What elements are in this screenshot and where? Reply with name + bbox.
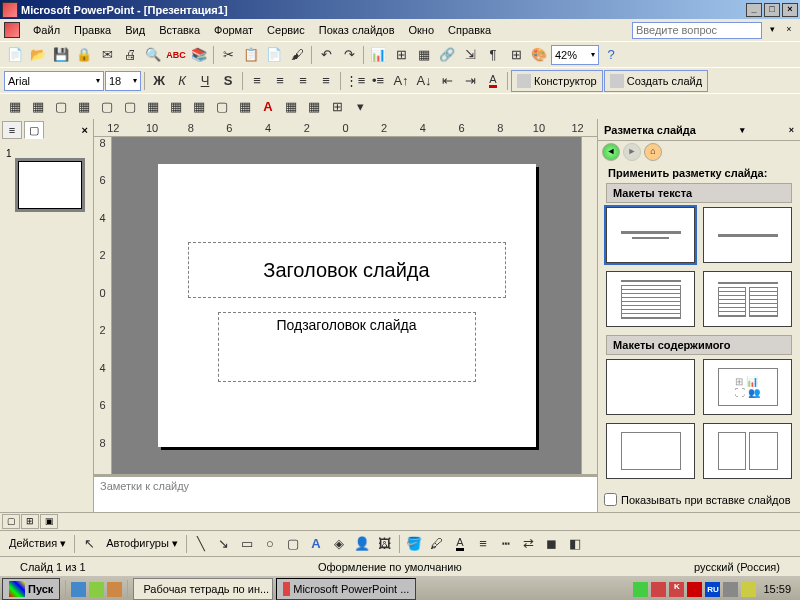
- ext-btn-11[interactable]: ▦: [234, 96, 256, 118]
- fill-color-button[interactable]: 🪣: [403, 533, 425, 555]
- align-left-button[interactable]: ≡: [246, 70, 268, 92]
- 3d-style-button[interactable]: ◧: [564, 533, 586, 555]
- email-button[interactable]: ✉: [96, 44, 118, 66]
- ext-btn-10[interactable]: ▢: [211, 96, 233, 118]
- zoom-combo[interactable]: 42%▾: [551, 45, 599, 65]
- slide[interactable]: Заголовок слайда Подзаголовок слайда: [158, 164, 536, 447]
- ext-btn-9[interactable]: ▦: [188, 96, 210, 118]
- layout-content-3[interactable]: [703, 423, 792, 479]
- save-button[interactable]: 💾: [50, 44, 72, 66]
- line-color-button[interactable]: 🖊: [426, 533, 448, 555]
- tray-icon-1[interactable]: [633, 582, 648, 597]
- menu-view[interactable]: Вид: [118, 22, 152, 38]
- format-painter-button[interactable]: 🖌: [286, 44, 308, 66]
- font-combo[interactable]: Arial▾: [4, 71, 104, 91]
- ext-btn-3[interactable]: ▢: [50, 96, 72, 118]
- close-button[interactable]: ×: [782, 3, 798, 17]
- subtitle-placeholder[interactable]: Подзаголовок слайда: [218, 312, 476, 382]
- permission-button[interactable]: 🔒: [73, 44, 95, 66]
- insert-table-button[interactable]: ⊞: [390, 44, 412, 66]
- layout-blank[interactable]: [606, 359, 695, 415]
- bullets-button[interactable]: •≡: [367, 70, 389, 92]
- show-on-insert-checkbox[interactable]: Показывать при вставке слайдов: [598, 487, 800, 512]
- help-button[interactable]: ?: [600, 44, 622, 66]
- italic-button[interactable]: К: [171, 70, 193, 92]
- undo-button[interactable]: ↶: [315, 44, 337, 66]
- wordart-button[interactable]: A: [305, 533, 327, 555]
- clipart-button[interactable]: 👤: [351, 533, 373, 555]
- actions-menu[interactable]: Действия ▾: [4, 537, 71, 550]
- cut-button[interactable]: ✂: [217, 44, 239, 66]
- normal-view-button[interactable]: ▢: [2, 514, 20, 529]
- menu-file[interactable]: Файл: [26, 22, 67, 38]
- checkbox-input[interactable]: [604, 493, 617, 506]
- nav-forward-button[interactable]: ►: [623, 143, 641, 161]
- insert-chart-button[interactable]: 📊: [367, 44, 389, 66]
- layout-two-content[interactable]: [703, 271, 792, 327]
- ext-btn-5[interactable]: ▢: [96, 96, 118, 118]
- tray-icon-5[interactable]: [723, 582, 738, 597]
- taskbar-item-2[interactable]: Microsoft PowerPoint ...: [276, 578, 416, 600]
- sorter-view-button[interactable]: ⊞: [21, 514, 39, 529]
- slide-thumbnail-1[interactable]: [18, 161, 82, 209]
- ext-btn-15[interactable]: ⊞: [326, 96, 348, 118]
- increase-indent-button[interactable]: ⇥: [459, 70, 481, 92]
- shadow-style-button[interactable]: ◼: [541, 533, 563, 555]
- ext-btn-16[interactable]: ▾: [349, 96, 371, 118]
- taskbar-item-1[interactable]: Рабочая тетрадь по ин...: [133, 578, 273, 600]
- copy-button[interactable]: 📋: [240, 44, 262, 66]
- ext-btn-4[interactable]: ▦: [73, 96, 95, 118]
- arrow-button[interactable]: ↘: [213, 533, 235, 555]
- picture-button[interactable]: 🖼: [374, 533, 396, 555]
- menu-dropdown-icon[interactable]: ▾: [765, 23, 779, 37]
- minimize-button[interactable]: _: [746, 3, 762, 17]
- menu-help[interactable]: Справка: [441, 22, 498, 38]
- show-grid-button[interactable]: ⊞: [505, 44, 527, 66]
- mdi-close-button[interactable]: ×: [782, 23, 796, 37]
- layout-content-2[interactable]: [606, 423, 695, 479]
- ext-btn-1[interactable]: ▦: [4, 96, 26, 118]
- outline-tab[interactable]: ≡: [2, 121, 22, 139]
- print-button[interactable]: 🖨: [119, 44, 141, 66]
- tray-icon-3[interactable]: K: [669, 582, 684, 597]
- print-preview-button[interactable]: 🔍: [142, 44, 164, 66]
- increase-font-button[interactable]: A↑: [390, 70, 412, 92]
- help-search-input[interactable]: [632, 22, 762, 39]
- menu-window[interactable]: Окно: [402, 22, 442, 38]
- open-button[interactable]: 📂: [27, 44, 49, 66]
- rectangle-button[interactable]: ▭: [236, 533, 258, 555]
- font-color-button[interactable]: A: [482, 70, 504, 92]
- tray-icon-2[interactable]: [651, 582, 666, 597]
- taskpane-close-button[interactable]: ×: [789, 125, 794, 135]
- layout-title-content[interactable]: [606, 271, 695, 327]
- bold-button[interactable]: Ж: [148, 70, 170, 92]
- quicklaunch-icon-2[interactable]: [89, 582, 104, 597]
- font-color-button-2[interactable]: A: [449, 533, 471, 555]
- expand-all-button[interactable]: ⇲: [459, 44, 481, 66]
- diagram-button[interactable]: ◈: [328, 533, 350, 555]
- new-button[interactable]: 📄: [4, 44, 26, 66]
- insert-hyperlink-button[interactable]: 🔗: [436, 44, 458, 66]
- start-button[interactable]: Пуск: [2, 578, 60, 600]
- dash-style-button[interactable]: ┅: [495, 533, 517, 555]
- tray-icon-6[interactable]: [741, 582, 756, 597]
- tables-borders-button[interactable]: ▦: [413, 44, 435, 66]
- close-panel-button[interactable]: ×: [79, 124, 91, 136]
- lang-indicator[interactable]: RU: [705, 582, 720, 597]
- line-style-button[interactable]: ≡: [472, 533, 494, 555]
- title-placeholder[interactable]: Заголовок слайда: [188, 242, 506, 298]
- nav-home-button[interactable]: ⌂: [644, 143, 662, 161]
- tray-icon-4[interactable]: [687, 582, 702, 597]
- ext-btn-12[interactable]: A: [257, 96, 279, 118]
- redo-button[interactable]: ↷: [338, 44, 360, 66]
- layout-content[interactable]: ⊞ 📊⛶ 👥: [703, 359, 792, 415]
- distributed-button[interactable]: ≡: [315, 70, 337, 92]
- ext-btn-7[interactable]: ▦: [142, 96, 164, 118]
- align-center-button[interactable]: ≡: [269, 70, 291, 92]
- menu-slideshow[interactable]: Показ слайдов: [312, 22, 402, 38]
- app-menu-icon[interactable]: [4, 22, 20, 38]
- research-button[interactable]: 📚: [188, 44, 210, 66]
- menu-format[interactable]: Формат: [207, 22, 260, 38]
- align-right-button[interactable]: ≡: [292, 70, 314, 92]
- ext-btn-14[interactable]: ▦: [303, 96, 325, 118]
